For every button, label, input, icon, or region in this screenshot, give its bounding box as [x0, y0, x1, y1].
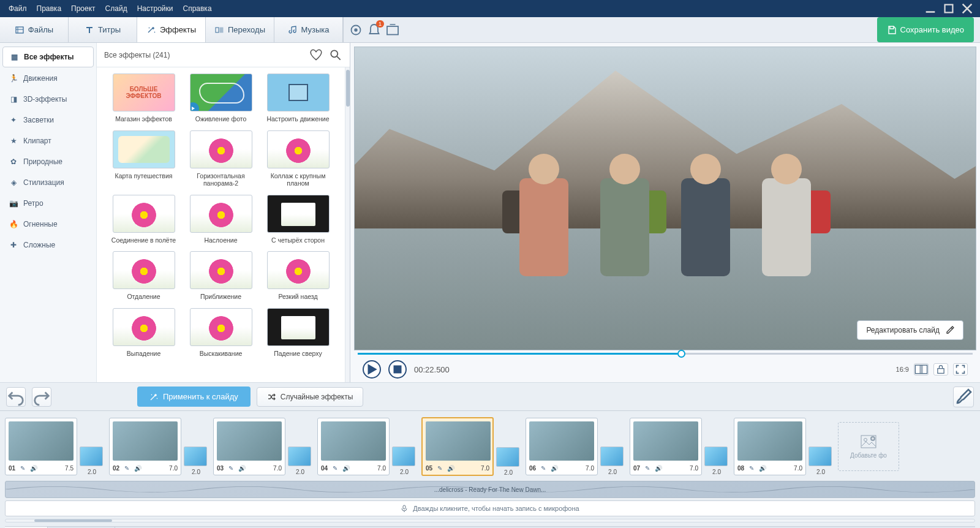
slide-card[interactable]: 03✎🔊7.0 [213, 418, 285, 475]
lock-icon[interactable] [933, 363, 948, 375]
pencil-icon[interactable]: ✎ [123, 464, 130, 472]
category-sparkle[interactable]: ✦Засветки [2, 110, 94, 130]
effect-item[interactable]: Оживление фото [187, 74, 255, 123]
effect-item[interactable]: Наслоение [187, 195, 255, 244]
category-fire[interactable]: 🔥Огненные [2, 214, 94, 234]
category-cube[interactable]: ◨3D-эффекты [2, 89, 94, 109]
slide-card[interactable]: 01✎🔊7.5 [5, 418, 77, 475]
transition-item[interactable]: 2.0 [496, 447, 521, 476]
menu-project[interactable]: Проект [66, 2, 100, 15]
pencil-icon[interactable]: ✎ [644, 464, 651, 472]
effect-item[interactable]: Настроить движение [265, 74, 332, 123]
brush-button[interactable] [953, 387, 974, 407]
transition-item[interactable]: 2.0 [184, 447, 208, 475]
slide-card[interactable]: 07✎🔊7.0 [630, 418, 702, 475]
effect-item[interactable]: Выскакивание [187, 308, 255, 358]
category-puzzle[interactable]: ✚Сложные [2, 235, 94, 255]
favorite-icon[interactable] [309, 48, 323, 62]
transition-item[interactable]: 2.0 [288, 447, 312, 475]
pencil-icon[interactable]: ✎ [436, 464, 443, 472]
effect-item[interactable]: Резкий наезд [265, 251, 332, 301]
category-label: 3D-эффекты [23, 95, 67, 104]
category-camera[interactable]: ◈Стилизация [2, 173, 94, 192]
maximize-button[interactable] [940, 2, 958, 15]
effect-item[interactable]: Соединение в полёте [110, 195, 178, 244]
undo-button[interactable] [6, 387, 26, 407]
tab-transitions[interactable]: Переходы [206, 17, 274, 42]
tab-effects[interactable]: Эффекты [137, 17, 206, 42]
sound-icon[interactable]: 🔊 [134, 464, 141, 472]
transition-item[interactable]: 2.0 [809, 447, 833, 475]
settings-icon[interactable] [349, 23, 363, 37]
transition-item[interactable]: 2.0 [80, 447, 104, 475]
effect-item[interactable]: Карта путешествия [110, 130, 178, 187]
notification-icon[interactable]: 1 [367, 23, 382, 37]
close-button[interactable] [958, 2, 976, 15]
category-camera2[interactable]: 📷Ретро [2, 194, 94, 213]
slide-card[interactable]: 06✎🔊7.0 [526, 418, 598, 475]
fullscreen-icon[interactable] [953, 363, 968, 375]
effect-item[interactable]: Падение сверху [265, 308, 332, 358]
apply-to-slide-button[interactable]: Применить к слайду [137, 387, 251, 407]
category-leaf[interactable]: ✿Природные [2, 152, 94, 172]
aspect-select-icon[interactable] [914, 363, 929, 375]
stop-button[interactable] [388, 360, 407, 379]
transition-item[interactable]: 2.0 [392, 447, 417, 475]
pencil-icon[interactable]: ✎ [227, 464, 235, 472]
preview-canvas[interactable]: Редактировать слайд [354, 47, 976, 350]
menu-slide[interactable]: Слайд [100, 2, 132, 15]
save-video-button[interactable]: Сохранить видео [877, 17, 974, 42]
seek-thumb[interactable] [677, 350, 685, 358]
tab-titles[interactable]: Титры [69, 17, 137, 42]
pencil-icon[interactable]: ✎ [748, 464, 755, 472]
sound-icon[interactable]: 🔊 [30, 464, 37, 472]
edit-slide-button[interactable]: Редактировать слайд [857, 320, 963, 340]
transition-item[interactable]: 2.0 [600, 447, 625, 475]
menu-help[interactable]: Справка [178, 2, 216, 15]
effect-thumb [267, 308, 330, 346]
pencil-icon[interactable]: ✎ [540, 464, 547, 472]
slide-card[interactable]: 02✎🔊7.0 [109, 418, 181, 475]
effect-item[interactable]: БОЛЬШЕЭФФЕКТОВМагазин эффектов [110, 74, 178, 123]
scrollbar-thumb[interactable] [346, 70, 350, 107]
preview-seekbar[interactable] [354, 350, 976, 356]
effect-item[interactable]: Коллаж с крупным планом [265, 130, 332, 187]
random-effects-button[interactable]: Случайные эффекты [257, 387, 364, 407]
pencil-icon[interactable]: ✎ [19, 464, 26, 472]
slide-card[interactable]: 04✎🔊7.0 [317, 418, 390, 475]
add-photo-button[interactable]: Добавьте фо [838, 422, 899, 471]
tab-music[interactable]: Музыка [274, 17, 343, 42]
effect-item[interactable]: Горизонтальная панорама-2 [187, 130, 255, 187]
sound-icon[interactable]: 🔊 [759, 464, 766, 472]
category-grid[interactable]: ▦Все эффекты [2, 47, 94, 67]
effects-scrollbar[interactable] [345, 67, 350, 382]
effect-item[interactable]: Выпадение [110, 308, 178, 358]
sound-icon[interactable]: 🔊 [655, 464, 662, 472]
timeline-scrollbar[interactable] [5, 519, 975, 522]
tab-files[interactable]: Файлы [0, 17, 69, 42]
transition-item[interactable]: 2.0 [704, 447, 729, 475]
slide-card[interactable]: 05✎🔊7.0 [421, 417, 494, 476]
menu-edit[interactable]: Правка [32, 2, 67, 15]
category-star[interactable]: ★Клипарт [2, 131, 94, 151]
menu-settings[interactable]: Настройки [132, 2, 178, 15]
menu-file[interactable]: Файл [4, 2, 32, 15]
play-button[interactable] [363, 360, 381, 379]
pencil-icon[interactable]: ✎ [331, 464, 339, 472]
effect-item[interactable]: С четырёх сторон [265, 195, 332, 244]
slide-card[interactable]: 08✎🔊7.0 [734, 418, 806, 475]
sound-icon[interactable]: 🔊 [342, 464, 350, 472]
record-track[interactable]: Дважды кликните, чтобы начать запись с м… [5, 500, 975, 516]
search-icon[interactable] [329, 48, 342, 62]
sound-icon[interactable]: 🔊 [238, 464, 246, 472]
minimize-button[interactable] [921, 2, 940, 15]
category-run[interactable]: 🏃Движения [2, 69, 94, 88]
sound-icon[interactable]: 🔊 [551, 464, 558, 472]
effect-item[interactable]: Приближение [187, 251, 255, 301]
library-icon[interactable] [385, 23, 400, 37]
audio-track[interactable]: ...delicross - Ready For The New Dawn... [5, 481, 975, 498]
slide-number: 06 [529, 465, 536, 472]
effect-item[interactable]: Отдаление [110, 251, 178, 301]
sound-icon[interactable]: 🔊 [447, 464, 454, 472]
redo-button[interactable] [32, 387, 51, 407]
